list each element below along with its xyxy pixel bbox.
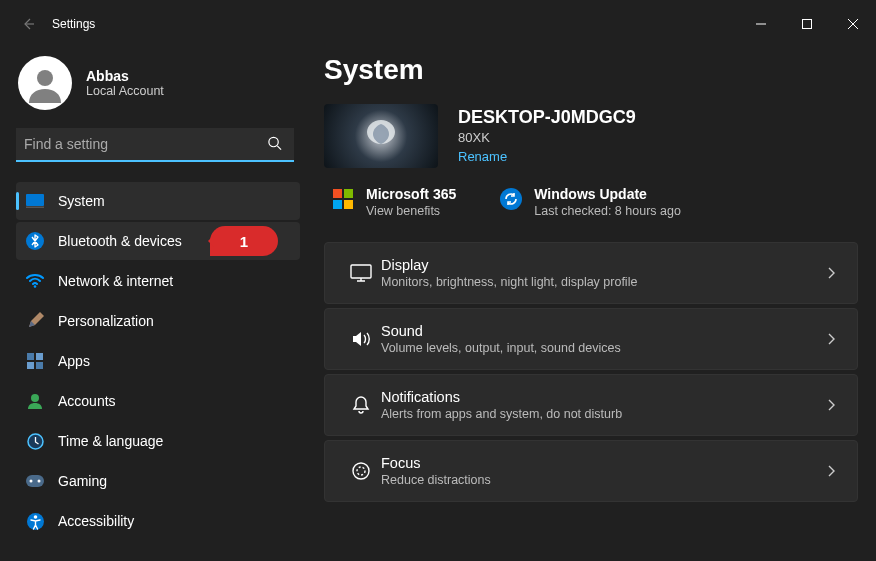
sidebar-item-label: Accessibility [58, 513, 134, 529]
sidebar-item-system[interactable]: System [16, 182, 300, 220]
focus-icon [341, 461, 381, 481]
chevron-right-icon [821, 399, 841, 411]
status-sub: Last checked: 8 hours ago [534, 204, 681, 218]
accessibility-icon [26, 512, 44, 530]
sidebar-item-label: Gaming [58, 473, 107, 489]
svg-point-14 [30, 480, 33, 483]
sidebar-item-network[interactable]: Network & internet [16, 262, 300, 300]
status-sub: View benefits [366, 204, 456, 218]
svg-rect-4 [26, 207, 44, 209]
system-icon [26, 192, 44, 210]
svg-point-17 [33, 515, 37, 519]
search-input[interactable] [16, 128, 294, 162]
chevron-right-icon [821, 333, 841, 345]
svg-rect-0 [803, 20, 812, 29]
svg-rect-7 [27, 353, 34, 360]
tile-title: Display [381, 257, 821, 273]
chevron-right-icon [821, 465, 841, 477]
person-icon [26, 392, 44, 410]
sidebar-item-apps[interactable]: Apps [16, 342, 300, 380]
device-thumbnail [324, 104, 438, 168]
device-model: 80XK [458, 130, 636, 145]
profile-subtitle: Local Account [86, 84, 164, 98]
sidebar-item-label: Network & internet [58, 273, 173, 289]
update-icon [500, 188, 522, 210]
sidebar-item-bluetooth[interactable]: Bluetooth & devices 1 [16, 222, 300, 260]
tile-sub: Volume levels, output, input, sound devi… [381, 341, 821, 355]
svg-rect-13 [26, 475, 44, 487]
page-title: System [324, 54, 858, 86]
wifi-icon [26, 272, 44, 290]
tile-sound[interactable]: Sound Volume levels, output, input, soun… [324, 308, 858, 370]
sidebar-item-time-language[interactable]: Time & language [16, 422, 300, 460]
tile-title: Sound [381, 323, 821, 339]
svg-rect-9 [27, 362, 34, 369]
chevron-right-icon [821, 267, 841, 279]
device-row: DESKTOP-J0MDGC9 80XK Rename [324, 104, 858, 168]
minimize-button[interactable] [738, 8, 784, 40]
display-icon [341, 264, 381, 282]
maximize-button[interactable] [784, 8, 830, 40]
window-title: Settings [52, 17, 738, 31]
svg-rect-3 [26, 194, 44, 206]
svg-rect-10 [36, 362, 43, 369]
tile-sub: Reduce distractions [381, 473, 821, 487]
status-row: Microsoft 365 View benefits Windows Upda… [324, 186, 858, 218]
ms365-icon [332, 188, 354, 210]
sidebar-item-label: System [58, 193, 105, 209]
main-content: System DESKTOP-J0MDGC9 80XK Rename Micro… [308, 48, 876, 561]
avatar [18, 56, 72, 110]
bluetooth-icon [26, 232, 44, 250]
sidebar-item-label: Bluetooth & devices [58, 233, 182, 249]
sidebar-item-label: Apps [58, 353, 90, 369]
svg-point-1 [37, 70, 53, 86]
status-title: Windows Update [534, 186, 681, 202]
back-button[interactable] [8, 4, 48, 44]
brush-icon [26, 312, 44, 330]
profile-block[interactable]: Abbas Local Account [16, 48, 300, 128]
svg-point-6 [34, 285, 37, 288]
search-icon [267, 136, 282, 155]
sidebar-item-accessibility[interactable]: Accessibility [16, 502, 300, 540]
sidebar-item-gaming[interactable]: Gaming [16, 462, 300, 500]
tile-focus[interactable]: Focus Reduce distractions [324, 440, 858, 502]
svg-point-20 [353, 463, 369, 479]
svg-rect-19 [351, 265, 371, 278]
device-name: DESKTOP-J0MDGC9 [458, 107, 636, 128]
annotation-marker: 1 [210, 226, 278, 256]
titlebar: Settings [0, 0, 876, 48]
tile-display[interactable]: Display Monitors, brightness, night ligh… [324, 242, 858, 304]
tile-sub: Monitors, brightness, night light, displ… [381, 275, 821, 289]
close-button[interactable] [830, 8, 876, 40]
sidebar: Abbas Local Account System Bluetooth & d… [0, 48, 308, 561]
sidebar-item-label: Time & language [58, 433, 163, 449]
svg-point-11 [31, 394, 39, 402]
svg-point-18 [500, 188, 522, 210]
sidebar-item-label: Accounts [58, 393, 116, 409]
sidebar-item-personalization[interactable]: Personalization [16, 302, 300, 340]
profile-name: Abbas [86, 68, 164, 84]
apps-icon [26, 352, 44, 370]
tile-title: Focus [381, 455, 821, 471]
sidebar-item-label: Personalization [58, 313, 154, 329]
status-ms365[interactable]: Microsoft 365 View benefits [332, 186, 456, 218]
sidebar-item-accounts[interactable]: Accounts [16, 382, 300, 420]
tile-notifications[interactable]: Notifications Alerts from apps and syste… [324, 374, 858, 436]
gamepad-icon [26, 472, 44, 490]
tile-title: Notifications [381, 389, 821, 405]
svg-rect-8 [36, 353, 43, 360]
clock-icon [26, 432, 44, 450]
sound-icon [341, 330, 381, 348]
bell-icon [341, 395, 381, 415]
status-title: Microsoft 365 [366, 186, 456, 202]
svg-point-2 [269, 137, 278, 146]
tile-sub: Alerts from apps and system, do not dist… [381, 407, 821, 421]
svg-point-15 [38, 480, 41, 483]
svg-point-21 [357, 467, 365, 475]
nav-list: System Bluetooth & devices 1 Network & i… [16, 182, 300, 540]
status-update[interactable]: Windows Update Last checked: 8 hours ago [500, 186, 681, 218]
rename-link[interactable]: Rename [458, 149, 507, 164]
search-wrap [16, 128, 300, 162]
window-controls [738, 8, 876, 40]
